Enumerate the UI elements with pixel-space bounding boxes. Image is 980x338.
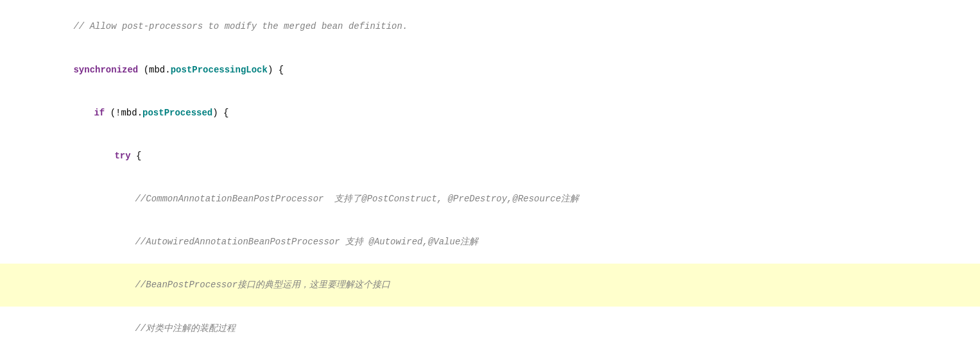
comment-allow: // Allow post-processors to modify the m… bbox=[73, 21, 408, 31]
line-content-3: if (!mbd.postProcessed) { bbox=[41, 91, 970, 134]
code-line-2: synchronized (mbd.postProcessingLock) { bbox=[0, 48, 980, 91]
code-line-7: //BeanPostProcessor接口的典型运用，这里要理解这个接口 bbox=[0, 264, 980, 307]
try-keyword: try bbox=[114, 151, 130, 161]
postProcessingLock-field: postProcessingLock bbox=[171, 65, 268, 75]
comment-common-annotation: //CommonAnnotationBeanPostProcessor 支持了@… bbox=[135, 194, 579, 204]
if-not-mbd: (!mbd. bbox=[105, 108, 142, 118]
synchronized-end: ) { bbox=[268, 65, 284, 75]
line-content-2: synchronized (mbd.postProcessingLock) { bbox=[41, 48, 970, 91]
code-line-4: try { bbox=[0, 135, 980, 178]
line-content-1: // Allow post-processors to modify the m… bbox=[41, 5, 970, 48]
try-brace: { bbox=[131, 151, 142, 161]
comment-bean-postprocessor: //BeanPostProcessor接口的典型运用，这里要理解这个接口 bbox=[135, 280, 390, 290]
line-content-6: //AutowiredAnnotationBeanPostProcessor 支… bbox=[41, 221, 970, 264]
line-content-4: try { bbox=[41, 135, 970, 178]
synchronized-paren-open: (mbd. bbox=[138, 65, 170, 75]
line-content-5: //CommonAnnotationBeanPostProcessor 支持了@… bbox=[41, 178, 970, 221]
line-content-7: //BeanPostProcessor接口的典型运用，这里要理解这个接口 bbox=[41, 264, 970, 307]
if-keyword: if bbox=[94, 108, 105, 118]
postProcessed-field: postProcessed bbox=[142, 108, 212, 118]
line-content-8: //对类中注解的装配过程 bbox=[41, 307, 970, 338]
code-editor: // Allow post-processors to modify the m… bbox=[0, 0, 980, 338]
synchronized-keyword: synchronized bbox=[73, 65, 138, 75]
comment-class-annotation: //对类中注解的装配过程 bbox=[135, 323, 236, 334]
comment-autowired-annotation: //AutowiredAnnotationBeanPostProcessor 支… bbox=[135, 237, 478, 247]
if-end: ) { bbox=[212, 108, 228, 118]
code-line-5: //CommonAnnotationBeanPostProcessor 支持了@… bbox=[0, 178, 980, 221]
code-line-3: if (!mbd.postProcessed) { bbox=[0, 91, 980, 134]
code-line-6: //AutowiredAnnotationBeanPostProcessor 支… bbox=[0, 221, 980, 264]
code-line-1: // Allow post-processors to modify the m… bbox=[0, 5, 980, 48]
code-line-8: //对类中注解的装配过程 bbox=[0, 307, 980, 338]
